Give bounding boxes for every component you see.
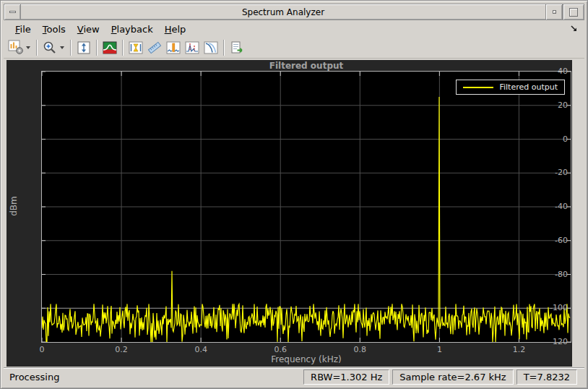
- window-menu-button[interactable]: [4, 4, 21, 20]
- x-tick-label: 1.2: [504, 345, 533, 354]
- status-sample-rate: Sample rate=2.67 kHz: [392, 369, 513, 385]
- ccdf-measurement-icon: [204, 40, 218, 55]
- spectrum-analyzer-window: Spectrum Analyzer File Tools View Playba…: [0, 0, 588, 389]
- menu-help[interactable]: Help: [159, 22, 192, 37]
- generate-report-button[interactable]: [228, 38, 246, 57]
- x-tick-label: 0.2: [107, 345, 136, 354]
- statusbar: Processing RBW=1.302 Hz Sample rate=2.67…: [4, 367, 584, 386]
- distortion-measurement-icon: [185, 40, 199, 55]
- spectrum-settings-icon: [8, 40, 24, 55]
- y-tick-label: 0: [7, 134, 568, 144]
- peak-finder-icon: [166, 40, 181, 55]
- menu-file[interactable]: File: [9, 22, 37, 37]
- toolbar: [4, 37, 584, 59]
- distortion-measurement-button[interactable]: [183, 38, 202, 57]
- toolbar-separator: [223, 40, 225, 56]
- menu-playback[interactable]: Playback: [105, 22, 159, 37]
- fit-to-view-button[interactable]: [74, 38, 93, 57]
- zoom-in-icon: [43, 40, 57, 55]
- ccdf-measurement-button[interactable]: [202, 38, 220, 57]
- status-message: Processing: [9, 372, 301, 382]
- zoom-dropdown-icon[interactable]: [60, 46, 64, 49]
- spectrum-display-button[interactable]: [100, 38, 119, 57]
- status-time: T=7.8232: [516, 369, 577, 385]
- menu-tools[interactable]: Tools: [37, 22, 72, 37]
- y-tick-label: -40: [7, 202, 568, 211]
- fit-to-view-icon: [77, 40, 91, 55]
- x-tick-label: 0.8: [345, 345, 374, 354]
- y-tick-label: 20: [7, 101, 568, 110]
- toolbar-separator: [70, 40, 72, 56]
- toolbar-separator: [122, 40, 124, 56]
- y-tick-label: -20: [7, 168, 568, 177]
- spectrum-display-icon: [103, 40, 117, 55]
- x-tick-label: 0: [27, 345, 56, 354]
- window-menu-icon: [9, 11, 16, 13]
- menubar: File Tools View Playback Help: [4, 21, 584, 37]
- y-axis-label: dBm: [9, 196, 19, 216]
- y-tick-label: -60: [7, 236, 568, 245]
- toolbar-separator: [96, 40, 98, 56]
- spectrum-settings-button[interactable]: [7, 38, 25, 57]
- window-title: Spectrum Analyzer: [21, 4, 545, 20]
- dock-arrow-icon[interactable]: [567, 22, 581, 35]
- maximize-button[interactable]: [563, 4, 584, 20]
- cursor-measurement-icon: [147, 40, 162, 55]
- plot-panel: Filtered output Filtered output 40200-20…: [7, 60, 572, 367]
- toolbar-separator: [36, 40, 38, 56]
- zoom-in-button[interactable]: [40, 38, 59, 57]
- cursor-measurement-button[interactable]: [145, 38, 164, 57]
- minimize-icon: [553, 10, 556, 14]
- y-tick-label: -100: [7, 303, 568, 312]
- peak-finder-button[interactable]: [164, 38, 183, 57]
- legend-line-sample: [463, 87, 493, 88]
- maximize-icon: [569, 8, 578, 17]
- y-tick-label: 40: [7, 67, 568, 76]
- legend-label: Filtered output: [499, 82, 558, 92]
- spectrum-settings-dropdown-icon[interactable]: [26, 46, 30, 49]
- x-tick-label: 1: [425, 345, 454, 354]
- y-tick-label: -80: [7, 270, 568, 279]
- minimize-button[interactable]: [545, 4, 563, 20]
- legend[interactable]: Filtered output: [456, 80, 565, 95]
- x-tick-label: 0.4: [186, 345, 215, 354]
- menu-view[interactable]: View: [72, 22, 105, 37]
- titlebar[interactable]: Spectrum Analyzer: [4, 4, 584, 20]
- signal-measurement-icon: [129, 40, 143, 55]
- x-tick-label: 0.6: [266, 345, 295, 354]
- status-rbw: RBW=1.302 Hz: [303, 369, 389, 385]
- signal-measurement-button[interactable]: [126, 38, 145, 57]
- generate-report-icon: [230, 40, 244, 55]
- x-axis-label: Frequency (kHz): [42, 354, 571, 364]
